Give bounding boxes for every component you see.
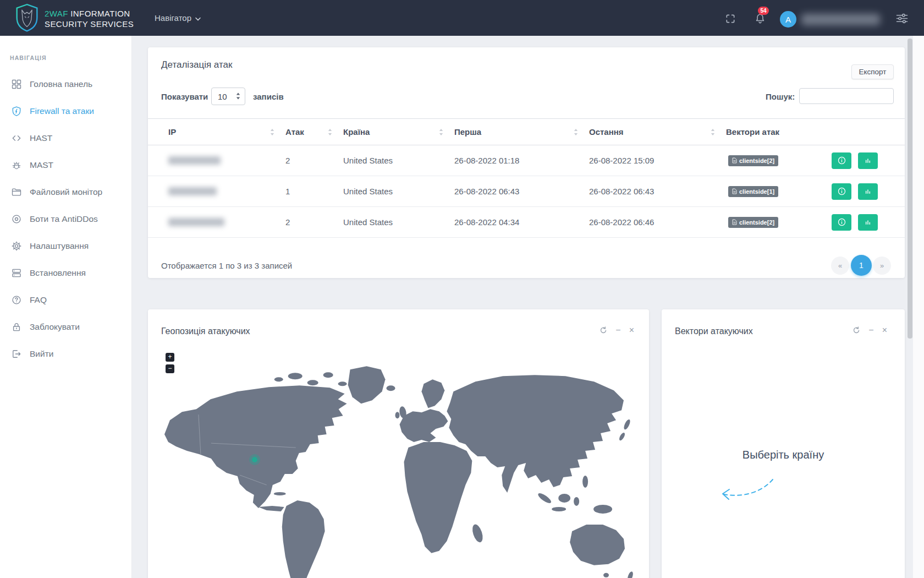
- vector-badge[interactable]: clientside[2]: [728, 217, 778, 228]
- avatar[interactable]: A: [780, 11, 796, 28]
- sidebar-item-label: Встановлення: [30, 268, 86, 278]
- column-header-country[interactable]: Країна: [343, 119, 454, 145]
- select-country-hint: Выберіть країну: [662, 449, 905, 461]
- sidebar: НАВІГАЦІЯ Головна панель Firewall та ата…: [0, 36, 132, 578]
- sidebar-item-firewall-attacks[interactable]: Firewall та атаки: [0, 97, 132, 124]
- page-size-value: 10: [218, 92, 227, 101]
- sidebar-item-install[interactable]: Встановлення: [0, 259, 132, 286]
- dashboard-grid-icon: [11, 79, 22, 90]
- sidebar-item-label: Файловий монітор: [30, 187, 102, 197]
- ip-redacted: [168, 156, 285, 165]
- brand-secondary: INFORMATION: [68, 9, 130, 18]
- brand-line2: SECURITY SERVICES: [45, 19, 134, 29]
- country-cell: United States: [343, 217, 454, 227]
- logout-icon: [11, 348, 22, 359]
- close-icon[interactable]: ×: [882, 326, 887, 335]
- country-cell: United States: [343, 156, 454, 165]
- fullscreen-icon[interactable]: [725, 13, 736, 24]
- sidebar-item-bots-antiddos[interactable]: Боти та AntiDDos: [0, 205, 132, 232]
- world-map[interactable]: [157, 362, 640, 578]
- refresh-icon[interactable]: [853, 326, 860, 334]
- sidebar-item-label: MAST: [30, 160, 53, 170]
- close-icon[interactable]: ×: [629, 326, 634, 335]
- row-info-button[interactable]: [832, 152, 851, 169]
- map-zoom-in-button[interactable]: +: [166, 353, 174, 362]
- sidebar-item-file-monitor[interactable]: Файловий монітор: [0, 178, 132, 205]
- search-input[interactable]: [799, 88, 894, 104]
- sort-icon: [711, 128, 715, 135]
- column-header-attacks[interactable]: Атак: [285, 119, 343, 145]
- settings-sliders-icon[interactable]: [895, 13, 909, 24]
- country-cell: United States: [343, 187, 454, 196]
- export-button[interactable]: Експорт: [851, 64, 894, 79]
- sort-icon: [270, 128, 274, 135]
- sidebar-item-settings[interactable]: Налаштування: [0, 232, 132, 259]
- vectors-card-actions: − ×: [853, 326, 887, 335]
- pagination-prev-button[interactable]: «: [831, 257, 849, 275]
- map-zoom-out-button[interactable]: −: [166, 364, 174, 373]
- row-info-button[interactable]: [832, 183, 851, 200]
- column-header-first[interactable]: Перша: [454, 119, 589, 145]
- attacks-count: 1: [285, 187, 343, 196]
- page-size-label: Показувати: [161, 92, 208, 101]
- username-redacted[interactable]: [801, 14, 880, 25]
- lock-icon: [11, 321, 22, 332]
- vector-badge[interactable]: clientside[2]: [728, 155, 778, 166]
- sidebar-item-label: Заблокувати: [30, 322, 80, 332]
- notification-count-badge[interactable]: 54: [758, 7, 769, 15]
- sort-icon: [439, 128, 443, 135]
- row-info-button[interactable]: [832, 214, 851, 231]
- attack-vectors-card: Вектори атакуючих − × Выберіть країну: [662, 309, 905, 578]
- minimize-icon[interactable]: −: [615, 326, 620, 335]
- search-label: Пошук:: [766, 92, 795, 101]
- sort-icon: [574, 128, 578, 135]
- scrollbar-thumb[interactable]: [908, 39, 912, 339]
- records-info-text: Отображается 1 по 3 из 3 записей: [161, 261, 292, 270]
- row-chart-button[interactable]: [858, 152, 878, 169]
- sidebar-item-label: Головна панель: [30, 79, 92, 89]
- table-header-row: IP Атак Країна Перша Остання Вектори ата…: [148, 118, 905, 145]
- attacks-detail-card: Деталізація атак Експорт Показувати 10 з…: [148, 47, 905, 278]
- dashed-arrow-icon: [715, 475, 776, 503]
- scrollbar-track[interactable]: [913, 36, 924, 578]
- geo-map-card: Геопозиція атакуючих − × + −: [148, 309, 649, 578]
- table-row: 2 United States 26-08-2022 04:34 26-08-2…: [148, 207, 905, 238]
- first-seen-cell: 26-08-2022 06:43: [454, 187, 589, 196]
- attacks-card-title: Деталізація атак: [161, 59, 232, 70]
- sidebar-item-dashboard[interactable]: Головна панель: [0, 70, 132, 97]
- column-header-last[interactable]: Остання: [589, 119, 726, 145]
- code-icon: [11, 133, 22, 144]
- geo-card-actions: − ×: [600, 326, 634, 335]
- minimize-icon[interactable]: −: [868, 326, 873, 335]
- sidebar-item-mast[interactable]: MAST: [0, 151, 132, 178]
- server-icon: [11, 268, 22, 279]
- attack-location-marker-dot: [252, 457, 257, 462]
- brand-logo[interactable]: 2WAF INFORMATION SECURITY SERVICES: [15, 3, 134, 35]
- page-size-select[interactable]: 10: [211, 88, 245, 105]
- column-header-ip[interactable]: IP: [168, 119, 285, 145]
- last-seen-cell: 26-08-2022 15:09: [589, 156, 726, 165]
- vectors-card-title: Вектори атакуючих: [675, 326, 753, 336]
- table-row: 2 United States 26-08-2022 01:18 26-08-2…: [148, 145, 905, 176]
- shield-bolt-icon: [11, 106, 22, 117]
- refresh-icon[interactable]: [600, 326, 607, 334]
- sidebar-item-label: Вийти: [30, 349, 53, 359]
- sidebar-item-label: HAST: [30, 133, 52, 143]
- row-chart-button[interactable]: [858, 214, 878, 231]
- sidebar-item-label: Firewall та атаки: [30, 106, 94, 116]
- navigator-menu-label: Навігатор: [155, 13, 191, 23]
- row-chart-button[interactable]: [858, 183, 878, 200]
- question-circle-icon: [11, 295, 22, 306]
- pagination-next-button[interactable]: »: [873, 257, 891, 275]
- vector-badge[interactable]: clientside[1]: [728, 186, 778, 197]
- first-seen-cell: 26-08-2022 04:34: [454, 217, 589, 227]
- sidebar-item-hast[interactable]: HAST: [0, 124, 132, 151]
- pagination-current-page[interactable]: 1: [851, 255, 872, 276]
- sidebar-item-faq[interactable]: FAQ: [0, 286, 132, 313]
- sidebar-item-block[interactable]: Заблокувати: [0, 313, 132, 340]
- sidebar-item-label: FAQ: [30, 295, 47, 305]
- stepper-arrows-icon: [236, 92, 240, 101]
- sidebar-item-logout[interactable]: Вийти: [0, 340, 132, 367]
- ip-redacted: [168, 218, 285, 226]
- navigator-menu[interactable]: Навігатор: [155, 0, 201, 36]
